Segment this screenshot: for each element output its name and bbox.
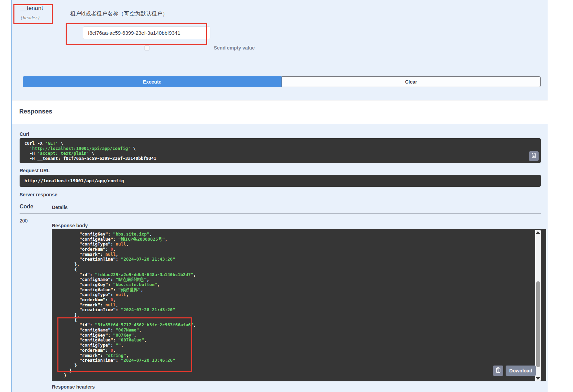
- responses-title: Responses: [19, 108, 52, 115]
- parameter-name: __tenant (header): [20, 5, 43, 20]
- response-body-label: Response body: [52, 223, 88, 228]
- operation-panel: __tenant (header) 租户id或者租户名称（可空为默认租户） Se…: [11, 0, 548, 392]
- status-code: 200: [20, 218, 27, 224]
- parameter-location-label: (header): [20, 15, 43, 20]
- execute-button[interactable]: Execute: [23, 76, 282, 87]
- clear-button[interactable]: Clear: [282, 76, 541, 87]
- response-headers-label: Response headers: [52, 384, 95, 390]
- request-url-label: Request URL: [20, 168, 50, 173]
- responses-section-header: Responses: [12, 100, 548, 124]
- server-response-label: Server response: [20, 192, 57, 197]
- parameter-description: 租户id或者租户名称（可空为默认租户）: [70, 10, 168, 18]
- swagger-ui-screen: __tenant (header) 租户id或者租户名称（可空为默认租户） Se…: [0, 0, 573, 392]
- parameter-name-label: __tenant: [20, 5, 43, 12]
- curl-copy-button[interactable]: [529, 151, 539, 161]
- details-column-header: Details: [52, 205, 68, 210]
- table-divider: [20, 213, 541, 214]
- download-button[interactable]: Download: [506, 366, 536, 376]
- curl-label: Curl: [20, 131, 29, 137]
- request-url-block: http://localhost:19001/api/app/config: [20, 175, 541, 187]
- response-body-block: "configKey": "bbs.site.icp", "configValu…: [52, 229, 546, 381]
- scroll-down-icon[interactable]: [536, 377, 540, 380]
- clear-button-label: Clear: [405, 79, 417, 85]
- response-copy-button[interactable]: [493, 366, 503, 376]
- send-empty-value-label: Send empty value: [214, 45, 255, 51]
- scrollbar-thumb[interactable]: [536, 281, 540, 367]
- clipboard-icon: [495, 367, 501, 374]
- tenant-input[interactable]: [83, 26, 210, 39]
- request-url-value: http://localhost:19001/api/app/config: [24, 178, 124, 183]
- clipboard-icon: [531, 153, 537, 160]
- send-empty-value-checkbox[interactable]: [144, 45, 150, 51]
- download-button-label: Download: [509, 368, 532, 373]
- curl-command-block: curl -X 'GET' \ 'http://localhost:19001/…: [20, 138, 541, 163]
- scroll-up-icon[interactable]: [536, 231, 540, 234]
- code-column-header: Code: [20, 204, 33, 210]
- execute-button-label: Execute: [143, 79, 162, 85]
- response-body-scrollbar[interactable]: [535, 230, 541, 381]
